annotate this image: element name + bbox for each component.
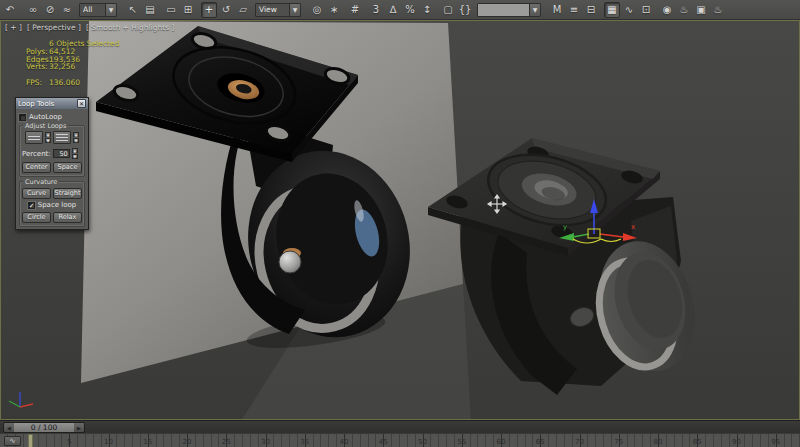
- chevron-down-icon[interactable]: ▼: [105, 4, 116, 16]
- curvature-group: Curvature Curve Straight ✓ Space loop Ci…: [19, 181, 85, 227]
- create-selection-set-icon[interactable]: {}: [457, 2, 473, 18]
- viewport-label: [ + ] [ Perspective ] [ Smooth + Highlig…: [5, 23, 174, 32]
- viewport-pov-menu[interactable]: [ Perspective ]: [27, 23, 81, 32]
- reference-coordinate-dropdown[interactable]: View ▼: [255, 3, 301, 17]
- percent-spinner[interactable]: ▲▼: [72, 148, 78, 159]
- snaps-toggle-3d-icon[interactable]: 3: [368, 2, 384, 18]
- render-production-icon[interactable]: ♨: [710, 2, 726, 18]
- loop-slide-button[interactable]: [53, 131, 71, 144]
- window-crossing-icon[interactable]: ⊞: [180, 2, 196, 18]
- ruler-tick: [148, 434, 149, 447]
- ruler-tick: [266, 434, 267, 447]
- ruler-tick: [462, 434, 463, 447]
- rectangular-selection-icon[interactable]: ▭: [163, 2, 179, 18]
- named-selection-sets-dropdown[interactable]: ▼: [477, 3, 541, 17]
- rendered-frame-icon[interactable]: ▣: [693, 2, 709, 18]
- loop-shift-button[interactable]: [25, 131, 43, 144]
- chevron-down-icon[interactable]: ▼: [289, 4, 300, 16]
- 3ds-max-window: ↶∞⊘≈ All ▼ ↖▤▭⊞+↺▱ View ▼ ◎∗#3∆%↕▢{} ▼ M…: [0, 0, 800, 447]
- percent-snap-icon[interactable]: %: [402, 2, 418, 18]
- select-and-rotate-icon[interactable]: ↺: [218, 2, 234, 18]
- ruler-tick: [776, 434, 777, 447]
- select-and-scale-icon[interactable]: ▱: [235, 2, 251, 18]
- ruler-tick: [383, 434, 384, 447]
- current-frame-marker[interactable]: [28, 434, 33, 447]
- use-pivot-center-icon[interactable]: ◎: [309, 2, 325, 18]
- ruler-tick: [187, 434, 188, 447]
- ruler-tick: [226, 434, 227, 447]
- mini-curve-editor-button[interactable]: ∿: [4, 436, 21, 446]
- angle-snap-icon[interactable]: ∆: [385, 2, 401, 18]
- relax-button[interactable]: Relax: [53, 212, 82, 223]
- bind-to-space-warp-icon[interactable]: ≈: [59, 2, 75, 18]
- selection-filter-value: All: [80, 5, 95, 14]
- track-bar[interactable]: 5101520253035404550556065707580859095 ∿: [0, 433, 800, 447]
- keyboard-override-icon[interactable]: #: [347, 2, 363, 18]
- selection-filter-dropdown[interactable]: All ▼: [79, 3, 117, 17]
- percent-field[interactable]: 50: [53, 149, 70, 158]
- ruler-tick: [344, 434, 345, 447]
- align-icon[interactable]: ≡: [566, 2, 582, 18]
- select-by-name-icon[interactable]: ▤: [142, 2, 158, 18]
- ruler-tick: [540, 434, 541, 447]
- ruler-tick: [697, 434, 698, 447]
- ruler-tick: [109, 434, 110, 447]
- next-frame-icon[interactable]: ▶: [74, 423, 84, 432]
- spinner-snap-icon[interactable]: ↕: [419, 2, 435, 18]
- select-and-link-icon[interactable]: ∞: [25, 2, 41, 18]
- adjust-loops-group: Adjust Loops ▲▼ ▲▼ Percent: 50 ▲▼ Center: [19, 125, 85, 177]
- mirror-icon[interactable]: M: [549, 2, 565, 18]
- undo-icon[interactable]: ↶: [2, 2, 18, 18]
- unlink-selection-icon[interactable]: ⊘: [42, 2, 58, 18]
- straight-button[interactable]: Straight: [53, 188, 82, 199]
- timeline-ruler[interactable]: 5101520253035404550556065707580859095: [0, 434, 800, 447]
- select-and-manipulate-icon[interactable]: ∗: [326, 2, 342, 18]
- curve-button[interactable]: Curve: [22, 188, 51, 199]
- layer-manager-icon[interactable]: ⊟: [583, 2, 599, 18]
- ruler-tick: [737, 434, 738, 447]
- percent-label: Percent:: [22, 150, 51, 158]
- ruler-tick: [69, 434, 70, 447]
- ruler-tick: [658, 434, 659, 447]
- loop-tools-dialog: Loop Tools ✕ AutoLoop Adjust Loops ▲▼ ▲▼: [15, 97, 89, 230]
- circle-button[interactable]: Circle: [22, 212, 51, 223]
- viewport-shading-menu[interactable]: [ Smooth + Highlights ]: [86, 23, 174, 32]
- scene-render[interactable]: y x: [1, 21, 799, 419]
- ruler-tick: [305, 434, 306, 447]
- gizmo-x-label: x: [631, 223, 635, 231]
- edit-named-selections-icon[interactable]: ▢: [440, 2, 456, 18]
- perspective-viewport[interactable]: y x [ + ]: [0, 20, 800, 420]
- previous-frame-icon[interactable]: ◀: [4, 423, 14, 432]
- loop-tools-titlebar[interactable]: Loop Tools ✕: [16, 98, 88, 109]
- space-loop-label: Space loop: [38, 201, 77, 209]
- loop-shift-spinner[interactable]: ▲▼: [45, 132, 51, 143]
- time-slider-value: 0 / 100: [14, 423, 74, 432]
- ruler-tick: [619, 434, 620, 447]
- space-button[interactable]: Space: [53, 162, 82, 173]
- curve-editor-icon[interactable]: ∿: [621, 2, 637, 18]
- gizmo-y-label: y: [563, 223, 567, 231]
- render-setup-icon[interactable]: ♨: [676, 2, 692, 18]
- select-and-move-icon[interactable]: +: [201, 2, 217, 18]
- time-slider-track[interactable]: ◀ 0 / 100 ▶: [0, 420, 800, 433]
- viewport-general-menu[interactable]: [ + ]: [5, 23, 22, 32]
- ruler-tick: [580, 434, 581, 447]
- material-editor-icon[interactable]: ◉: [659, 2, 675, 18]
- main-toolbar: ↶∞⊘≈ All ▼ ↖▤▭⊞+↺▱ View ▼ ◎∗#3∆%↕▢{} ▼ M…: [0, 0, 800, 20]
- chevron-down-icon[interactable]: ▼: [529, 4, 540, 16]
- ruler-tick: [423, 434, 424, 447]
- autoloop-label: AutoLoop: [29, 113, 62, 121]
- autoloop-checkbox[interactable]: [19, 114, 26, 121]
- select-object-icon[interactable]: ↖: [125, 2, 141, 18]
- close-icon[interactable]: ✕: [77, 99, 86, 108]
- schematic-view-icon[interactable]: ⊡: [638, 2, 654, 18]
- ruler-tick: [501, 434, 502, 447]
- time-slider-handle[interactable]: ◀ 0 / 100 ▶: [3, 422, 85, 433]
- space-loop-checkbox[interactable]: ✓: [28, 202, 35, 209]
- center-button[interactable]: Center: [22, 162, 51, 173]
- graphite-ribbon-icon[interactable]: ▦: [604, 2, 620, 18]
- dialog-title: Loop Tools: [18, 100, 77, 108]
- reference-coordinate-value: View: [256, 5, 280, 14]
- loop-slide-spinner[interactable]: ▲▼: [73, 132, 79, 143]
